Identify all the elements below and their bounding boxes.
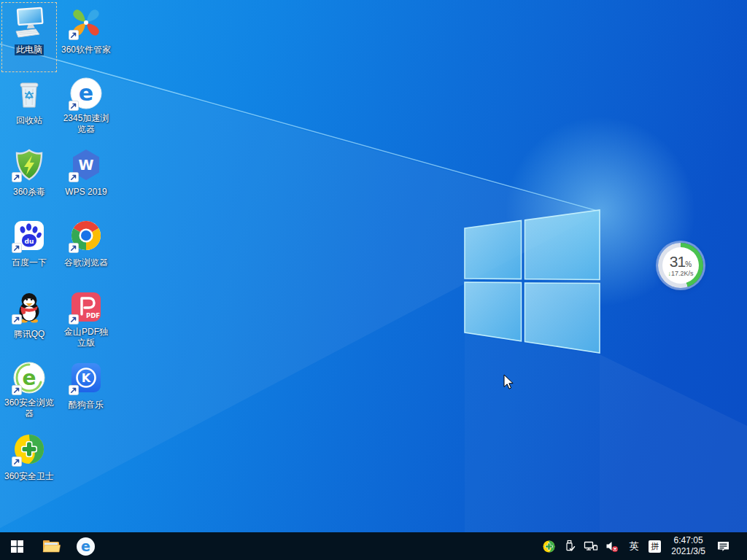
kugou-music-icon: K [69, 360, 104, 395]
desktop-icon-kingsoft-pdf[interactable]: PDF 金山PDF独立版 [58, 287, 114, 357]
desktop-icon-wps-2019[interactable]: W WPS 2019 [58, 144, 114, 214]
desktop-icon-360-browser[interactable]: e 360安全浏览器 [1, 357, 57, 427]
icon-label: 此电脑 [15, 44, 44, 55]
icon-label: 360杀毒 [12, 187, 47, 198]
2345-browser-icon: e [69, 76, 104, 111]
icon-label: 金山PDF独立版 [59, 327, 113, 349]
kingsoft-pdf-icon: PDF [69, 289, 104, 324]
desktop-icon-360-safeguard[interactable]: 360安全卫士 [1, 429, 57, 499]
windows-logo [465, 210, 600, 353]
shortcut-arrow-icon [69, 243, 79, 253]
icon-label: 360软件管家 [60, 44, 112, 55]
windows-desktop: 此电脑 360软件管家 [0, 0, 747, 560]
ime-language-indicator[interactable]: 英 [626, 540, 642, 553]
tray-volume-muted-icon[interactable] [605, 532, 619, 560]
desktop-icon-360-antivirus[interactable]: 360杀毒 [1, 144, 57, 214]
svg-text:PDF: PDF [86, 312, 100, 319]
svg-text:e: e [23, 366, 36, 390]
file-explorer-button[interactable] [34, 532, 69, 560]
360-antivirus-icon [12, 147, 47, 182]
360-browser-icon: e [12, 360, 47, 395]
icon-label: 360安全浏览器 [2, 397, 56, 419]
shortcut-arrow-icon [12, 243, 22, 253]
chrome-icon [69, 218, 104, 253]
shortcut-arrow-icon [69, 385, 79, 395]
shortcut-arrow-icon [12, 314, 22, 324]
icon-label: 360安全卫士 [3, 471, 55, 482]
desktop-icon-qq[interactable]: 腾讯QQ [1, 287, 57, 357]
icon-label: 谷歌浏览器 [63, 257, 109, 268]
shortcut-arrow-icon [69, 314, 79, 324]
clock-time: 6:47:05 [671, 535, 705, 546]
shortcut-arrow-icon [12, 456, 22, 467]
icon-label: 腾讯QQ [12, 329, 47, 340]
qq-icon [12, 289, 47, 324]
start-button[interactable] [0, 532, 34, 560]
360-software-manager-icon [69, 5, 104, 40]
taskbar: e [0, 532, 747, 560]
shortcut-arrow-icon [69, 101, 79, 111]
svg-text:W: W [79, 157, 94, 173]
browser-e-icon: e [76, 537, 96, 556]
icon-label: 回收站 [15, 115, 44, 126]
this-pc-icon [12, 5, 47, 40]
clock-date: 2021/3/5 [671, 546, 705, 557]
windows-start-icon [11, 540, 23, 553]
ime-mode-indicator[interactable]: 拼 [649, 540, 661, 553]
taskbar-clock[interactable]: 6:47:05 2021/3/5 [667, 535, 709, 557]
logo-reflection [465, 334, 600, 532]
icon-label: WPS 2019 [63, 187, 108, 198]
action-center-button[interactable] [716, 532, 730, 560]
speed-widget-face: 31% ↓17.2K/s [662, 247, 699, 284]
tray-usb-device-icon[interactable] [562, 532, 577, 560]
browser-taskbar-button[interactable]: e [69, 532, 103, 560]
desktop-icon-chrome[interactable]: 谷歌浏览器 [58, 215, 114, 285]
svg-text:e: e [79, 80, 93, 106]
desktop-icon-2345-browser[interactable]: e 2345加速浏览器 [58, 73, 114, 143]
tray-360-safeguard-icon[interactable] [541, 532, 556, 560]
svg-text:du: du [25, 238, 34, 245]
desktop-icon-baidu[interactable]: du 百度一下 [1, 215, 57, 285]
icon-label: 酷狗音乐 [67, 400, 105, 411]
baidu-icon: du [12, 218, 47, 253]
recycle-bin-icon [12, 76, 47, 111]
speed-float-widget[interactable]: 31% ↓17.2K/s [658, 243, 703, 288]
shortcut-arrow-icon [12, 172, 22, 182]
360-safeguard-icon [12, 432, 47, 467]
svg-text:e: e [81, 538, 90, 554]
icon-label: 2345加速浏览器 [59, 113, 113, 135]
desktop-icon-recycle-bin[interactable]: 回收站 [1, 73, 57, 143]
download-speed: ↓17.2K/s [667, 271, 693, 277]
file-explorer-icon [42, 538, 61, 554]
lower-right-wedge [600, 354, 747, 532]
icon-label: 百度一下 [10, 257, 48, 268]
action-center-icon [716, 540, 730, 553]
desktop-icon-360-software-manager[interactable]: 360软件管家 [58, 2, 114, 72]
memory-percent: 31% [670, 254, 692, 269]
system-tray: 英 拼 6:47:05 2021/3/5 [541, 532, 747, 560]
shortcut-arrow-icon [12, 385, 22, 395]
tray-network-icon[interactable] [584, 532, 598, 560]
shortcut-arrow-icon [69, 172, 79, 182]
desktop-icon-this-pc[interactable]: 此电脑 [1, 2, 57, 72]
svg-text:K: K [82, 371, 91, 385]
wps-2019-icon: W [69, 147, 104, 182]
desktop-icon-kugou-music[interactable]: K 酷狗音乐 [58, 357, 114, 427]
shortcut-arrow-icon [69, 30, 79, 40]
